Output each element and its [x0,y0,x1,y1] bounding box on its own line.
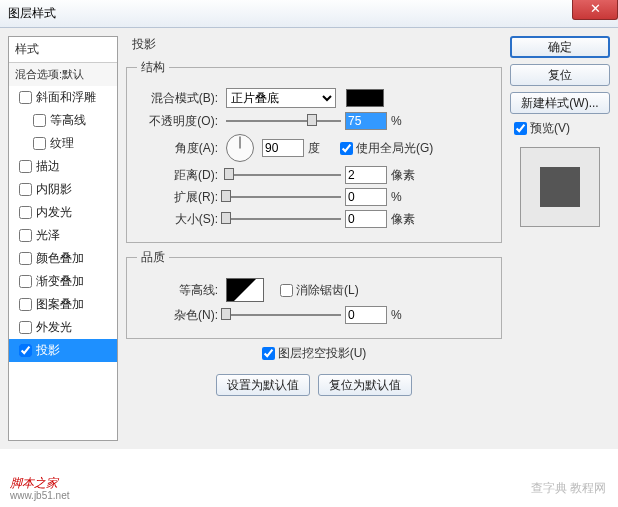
style-item-label: 投影 [36,342,60,359]
quality-group: 品质 等高线: 消除锯齿(L) 杂色(N): % [126,249,502,339]
styles-header: 样式 [9,37,117,63]
angle-unit: 度 [308,140,336,157]
style-item-label: 内发光 [36,204,72,221]
style-item-label: 内阴影 [36,181,72,198]
close-button[interactable]: ✕ [572,0,618,20]
preview-box [520,147,600,227]
style-item[interactable]: 纹理 [9,132,117,155]
noise-slider[interactable] [226,306,341,324]
angle-label: 角度(A): [137,140,222,157]
reset-default-button[interactable]: 复位为默认值 [318,374,412,396]
size-unit: 像素 [391,211,419,228]
style-item[interactable]: 图案叠加 [9,293,117,316]
preview-checkbox[interactable]: 预览(V) [514,120,610,137]
size-label: 大小(S): [137,211,222,228]
style-item[interactable]: 内阴影 [9,178,117,201]
style-item-label: 外发光 [36,319,72,336]
size-input[interactable] [345,210,387,228]
style-item-checkbox[interactable] [19,298,32,311]
distance-label: 距离(D): [137,167,222,184]
style-item-checkbox[interactable] [19,275,32,288]
style-item-label: 描边 [36,158,60,175]
styles-panel: 样式 混合选项:默认 斜面和浮雕等高线纹理描边内阴影内发光光泽颜色叠加渐变叠加图… [8,36,118,441]
section-title: 投影 [126,36,502,53]
opacity-slider[interactable] [226,112,341,130]
style-item-checkbox[interactable] [19,252,32,265]
style-item-label: 光泽 [36,227,60,244]
style-item-checkbox[interactable] [19,183,32,196]
distance-input[interactable] [345,166,387,184]
style-item-label: 纹理 [50,135,74,152]
opacity-unit: % [391,114,419,128]
style-item-checkbox[interactable] [19,206,32,219]
reset-button[interactable]: 复位 [510,64,610,86]
style-item[interactable]: 颜色叠加 [9,247,117,270]
noise-label: 杂色(N): [137,307,222,324]
opacity-input[interactable] [345,112,387,130]
window-title: 图层样式 [8,5,56,22]
style-item-checkbox[interactable] [33,137,46,150]
style-item[interactable]: 斜面和浮雕 [9,86,117,109]
size-slider[interactable] [226,210,341,228]
global-light-checkbox[interactable]: 使用全局光(G) [340,140,433,157]
noise-unit: % [391,308,419,322]
watermark-right: 查字典 教程网 [531,480,606,497]
shadow-color-swatch[interactable] [346,89,384,107]
new-style-button[interactable]: 新建样式(W)... [510,92,610,114]
blend-mode-label: 混合模式(B): [137,90,222,107]
style-item[interactable]: 光泽 [9,224,117,247]
style-item[interactable]: 等高线 [9,109,117,132]
style-item-label: 斜面和浮雕 [36,89,96,106]
structure-group: 结构 混合模式(B): 正片叠底 不透明度(O): % 角度(A): 度 使用全… [126,59,502,243]
style-item[interactable]: 外发光 [9,316,117,339]
distance-slider[interactable] [226,166,341,184]
spread-label: 扩展(R): [137,189,222,206]
contour-label: 等高线: [137,282,222,299]
blend-options-default[interactable]: 混合选项:默认 [9,63,117,86]
quality-legend: 品质 [137,249,169,266]
ok-button[interactable]: 确定 [510,36,610,58]
center-panel: 投影 结构 混合模式(B): 正片叠底 不透明度(O): % 角度(A): 度 [126,36,502,441]
style-item-checkbox[interactable] [19,91,32,104]
style-item-checkbox[interactable] [19,160,32,173]
spread-unit: % [391,190,419,204]
titlebar: 图层样式 ✕ [0,0,618,28]
style-item-label: 颜色叠加 [36,250,84,267]
spread-slider[interactable] [226,188,341,206]
angle-dial[interactable] [226,134,254,162]
contour-picker[interactable] [226,278,264,302]
spread-input[interactable] [345,188,387,206]
blend-mode-select[interactable]: 正片叠底 [226,88,336,108]
style-item[interactable]: 内发光 [9,201,117,224]
opacity-label: 不透明度(O): [137,113,222,130]
knockout-checkbox[interactable]: 图层挖空投影(U) [126,345,502,362]
style-item[interactable]: 投影 [9,339,117,362]
noise-input[interactable] [345,306,387,324]
distance-unit: 像素 [391,167,419,184]
structure-legend: 结构 [137,59,169,76]
style-item-checkbox[interactable] [19,321,32,334]
style-item-label: 渐变叠加 [36,273,84,290]
right-panel: 确定 复位 新建样式(W)... 预览(V) [510,36,610,441]
style-item-checkbox[interactable] [33,114,46,127]
antialias-checkbox[interactable]: 消除锯齿(L) [280,282,359,299]
angle-input[interactable] [262,139,304,157]
preview-swatch [540,167,580,207]
watermark-left: 脚本之家 www.jb51.net [10,477,69,501]
style-item-label: 等高线 [50,112,86,129]
style-item[interactable]: 描边 [9,155,117,178]
make-default-button[interactable]: 设置为默认值 [216,374,310,396]
style-item[interactable]: 渐变叠加 [9,270,117,293]
style-item-checkbox[interactable] [19,344,32,357]
dialog-body: 样式 混合选项:默认 斜面和浮雕等高线纹理描边内阴影内发光光泽颜色叠加渐变叠加图… [0,28,618,449]
style-item-checkbox[interactable] [19,229,32,242]
style-item-label: 图案叠加 [36,296,84,313]
